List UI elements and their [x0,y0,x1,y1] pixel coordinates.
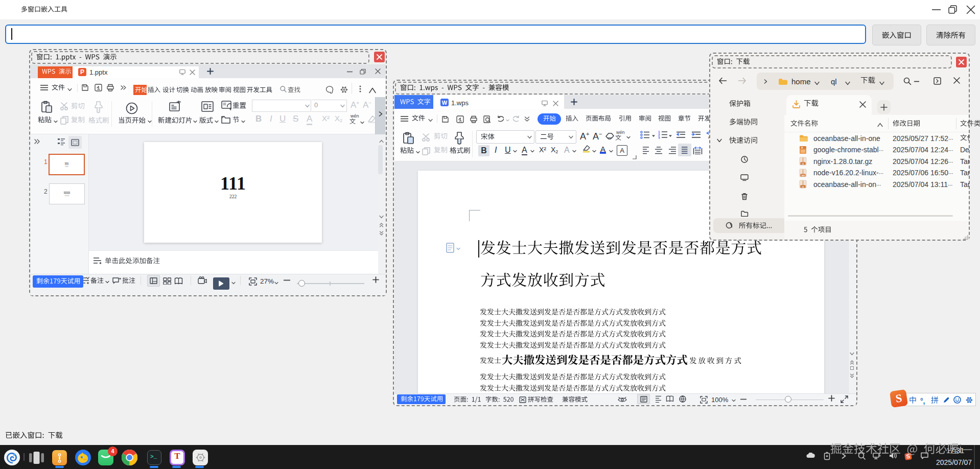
svg-text:GZ: GZ [802,186,805,188]
svg-text:GZ: GZ [802,163,805,165]
svg-text:3: 3 [658,136,660,139]
svg-text:TAR: TAR [801,174,805,176]
